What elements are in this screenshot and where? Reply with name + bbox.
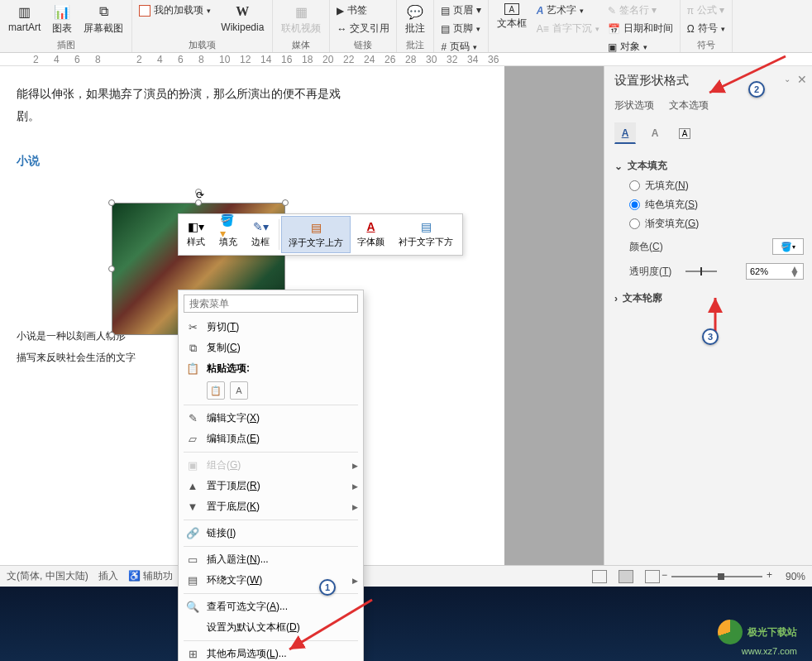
mini-toolbar: ◧▾样式 🪣▾填充 ✎▾边框 ▤浮于文字上方 A字体颜 ▤衬于文字下方 xyxy=(178,213,463,256)
panel-category-icons: A A A xyxy=(614,122,804,144)
dropcap-button[interactable]: A≡首字下沉 ▾ xyxy=(533,20,603,37)
ribbon-group-addins: 我的加载项 ▾ WWikipedia 加载项 xyxy=(132,0,273,52)
status-language[interactable]: 文(简体, 中国大陆) xyxy=(7,569,88,583)
body-text: 剧。 xyxy=(17,105,488,127)
status-accessibility[interactable]: ♿ 辅助功 xyxy=(128,569,173,583)
tab-text-options[interactable]: 文本选项 xyxy=(669,97,709,114)
panel-options-button[interactable]: ⌄ xyxy=(784,74,791,84)
my-addins-button[interactable]: 我的加载项 ▾ xyxy=(136,2,214,19)
bring-front-icon: ▲ xyxy=(185,480,200,492)
ribbon-group-comments: 💬批注 批注 xyxy=(397,0,434,52)
bookmark-button[interactable]: ▶书签 xyxy=(333,2,393,19)
menu-set-default[interactable]: 设置为默认文本框(D) xyxy=(179,617,363,638)
equation-button[interactable]: π公式 ▾ xyxy=(684,2,728,19)
menu-bring-front[interactable]: ▲置于顶层(R)▶ xyxy=(179,476,363,496)
annotation-badge-3: 3 xyxy=(702,328,719,345)
crossref-label: 交叉引用 xyxy=(350,22,389,36)
menu-more-layout[interactable]: ⊞其他布局选项(L)... xyxy=(179,644,363,661)
mini-outline-button[interactable]: ✎▾边框 xyxy=(245,216,277,253)
watermark-url: www.xz7.com xyxy=(742,646,797,656)
mini-wrap-behind-button[interactable]: ▤衬于文字下方 xyxy=(392,216,461,253)
view-print-layout[interactable] xyxy=(619,570,633,583)
symbol-button[interactable]: Ω符号 ▾ xyxy=(684,20,728,37)
textbox-button[interactable]: A文本框 xyxy=(492,2,532,55)
panel-title: 设置形状格式 xyxy=(614,73,804,89)
caption-icon: ▭ xyxy=(185,553,200,566)
footer-button[interactable]: ▤页脚 ▾ xyxy=(437,20,484,37)
paint-bucket-icon: 🪣 xyxy=(781,242,792,252)
signature-button[interactable]: ✎签名行 ▾ xyxy=(604,2,676,19)
view-web-layout[interactable] xyxy=(645,570,660,583)
transparency-input[interactable] xyxy=(750,266,786,276)
status-insert-mode[interactable]: 插入 xyxy=(98,569,118,583)
submenu-arrow-icon: ▶ xyxy=(352,462,358,470)
menu-send-back[interactable]: ▼置于底层(K)▶ xyxy=(179,496,363,517)
screenshot-label: 屏幕截图 xyxy=(84,22,123,36)
body-text: 能得以伸张，如果抛弃了演员的扮演，那么所演出的便不再是戏 xyxy=(17,83,488,105)
text-effects-icon[interactable]: A xyxy=(644,122,666,144)
mini-style-button[interactable]: ◧▾样式 xyxy=(180,216,213,253)
alt-text-icon: 🔍 xyxy=(185,601,200,613)
dropcap-label: 首字下沉 xyxy=(552,22,592,36)
menu-edit-points[interactable]: ▱编辑顶点(E) xyxy=(179,429,363,449)
wrap-text-icon: ▤ xyxy=(185,574,200,587)
mini-wrap-front-button[interactable]: ▤浮于文字上方 xyxy=(281,216,351,253)
view-read-mode[interactable] xyxy=(592,570,607,583)
radio-no-fill[interactable]: 无填充(N) xyxy=(614,176,804,195)
menu-copy[interactable]: ⧉复制(C) xyxy=(179,338,363,358)
menu-link[interactable]: 🔗链接(I) xyxy=(179,523,363,544)
group-icon: ▣ xyxy=(185,459,200,472)
chevron-right-icon: › xyxy=(614,293,618,304)
menu-edit-text[interactable]: ✎编辑文字(X) xyxy=(179,408,363,429)
online-video-button[interactable]: ▦联机视频 xyxy=(276,2,326,37)
textbox-layout-icon[interactable]: A xyxy=(674,122,695,144)
wikipedia-button[interactable]: WWikipedia xyxy=(216,2,269,37)
group-label-media: 媒体 xyxy=(292,37,310,52)
submenu-arrow-icon: ▶ xyxy=(352,503,358,511)
chart-button[interactable]: 📊图表 xyxy=(47,2,77,37)
section-header-outline[interactable]: ›文本轮廓 xyxy=(614,288,804,309)
watermark-text: 极光下载站 xyxy=(748,625,797,639)
text-fill-outline-icon[interactable]: A xyxy=(614,122,636,144)
radio-gradient-fill[interactable]: 渐变填充(G) xyxy=(614,214,804,233)
accessibility-icon: ♿ xyxy=(128,570,141,582)
zoom-slider[interactable] xyxy=(671,576,762,577)
transparency-row: 透明度(T) ▲▼ xyxy=(614,258,804,283)
menu-insert-caption[interactable]: ▭插入题注(N)... xyxy=(179,549,363,570)
comment-button[interactable]: 💬批注 xyxy=(400,2,430,37)
chart-label: 图表 xyxy=(52,22,72,36)
menu-cut[interactable]: ✂剪切(T) xyxy=(179,317,363,338)
menu-group[interactable]: ▣组合(G)▶ xyxy=(179,455,363,476)
smartart-button[interactable]: ▥martArt xyxy=(3,2,45,37)
color-picker-button[interactable]: 🪣▾ xyxy=(772,238,804,255)
annotation-badge-2: 2 xyxy=(748,81,765,98)
datetime-button[interactable]: 📅日期和时间 xyxy=(604,20,676,37)
crossref-button[interactable]: ↔交叉引用 xyxy=(333,20,393,37)
mini-fill-button[interactable]: 🪣▾填充 xyxy=(213,216,245,253)
section-header-fill[interactable]: ⌄文本填充 xyxy=(614,156,804,176)
wikipedia-label: Wikipedia xyxy=(221,22,264,33)
group-label-illus: 插图 xyxy=(57,37,75,52)
panel-close-button[interactable]: ✕ xyxy=(797,73,807,86)
paste-keep-format-button[interactable]: 📋 xyxy=(207,381,225,400)
menu-search-input[interactable] xyxy=(184,295,358,313)
watermark-logo-icon xyxy=(718,620,743,644)
screenshot-button[interactable]: ⧉屏幕截图 xyxy=(79,2,128,37)
pagenum-label: 页码 xyxy=(450,40,470,54)
header-button[interactable]: ▤页眉 ▾ xyxy=(437,2,484,19)
transparency-slider[interactable] xyxy=(685,271,717,272)
object-label: 对象 xyxy=(620,40,640,54)
radio-solid-fill[interactable]: 纯色填充(S) xyxy=(614,195,804,214)
send-back-icon: ▼ xyxy=(185,501,200,513)
edit-text-icon: ✎ xyxy=(185,412,200,424)
heading: 小说 xyxy=(17,150,488,172)
tab-shape-options[interactable]: 形状选项 xyxy=(614,97,654,114)
zoom-percent[interactable]: 90% xyxy=(786,571,805,582)
wordart-button[interactable]: A艺术字 ▾ xyxy=(533,2,603,19)
spin-down[interactable]: ▼ xyxy=(790,271,800,276)
transparency-spinner[interactable]: ▲▼ xyxy=(746,263,804,280)
menu-alt-text[interactable]: 🔍查看可选文字(A)... xyxy=(179,596,363,617)
paste-text-only-button[interactable]: A xyxy=(230,381,248,400)
mini-font-color-button[interactable]: A字体颜 xyxy=(351,216,392,253)
horizontal-ruler[interactable]: 2468 2468 10121416 18202224 26283032 343… xyxy=(0,53,812,66)
